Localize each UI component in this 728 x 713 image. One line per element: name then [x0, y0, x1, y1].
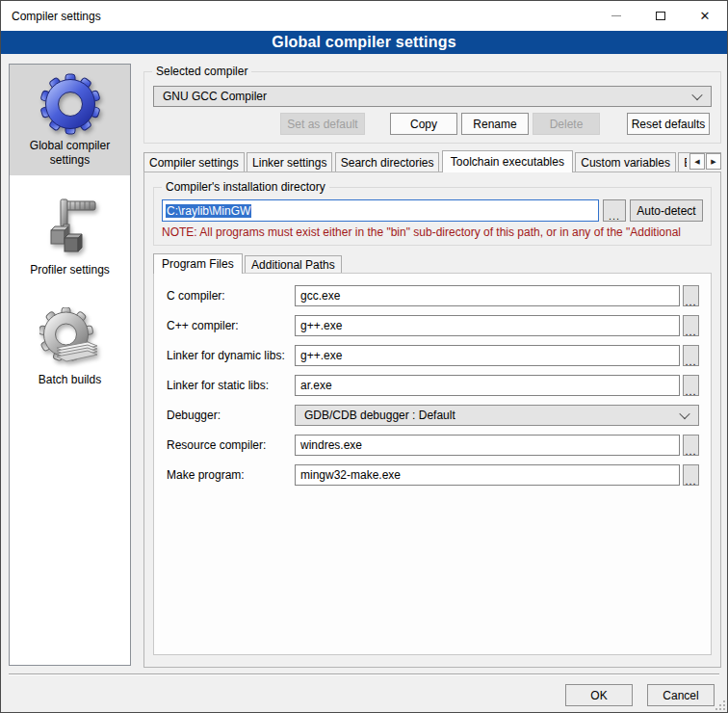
sidebar-item-label: Profiler settings — [15, 263, 124, 277]
resource-compiler-input[interactable] — [295, 435, 680, 456]
resize-grip-handle[interactable] — [714, 699, 725, 710]
installation-directory-group-label: Compiler's installation directory — [162, 180, 329, 194]
program-row-static-linker: Linker for static libs: ... — [167, 375, 699, 396]
make-program-browse-button[interactable]: ... — [683, 464, 699, 486]
caliper-icon — [39, 198, 101, 259]
tab-search-directories[interactable]: Search directories — [335, 152, 440, 172]
chevron-down-icon — [681, 411, 689, 420]
copy-button[interactable]: Copy — [390, 113, 457, 135]
dialog-header: Global compiler settings — [1, 31, 727, 54]
program-row-c-compiler: C compiler: ... — [167, 285, 699, 306]
program-files-panel: C compiler: ... C++ compiler: ... Linker… — [153, 273, 712, 655]
maximize-button[interactable] — [638, 1, 683, 31]
sidebar-item-global-compiler-settings[interactable]: Global compiler settings — [10, 65, 130, 175]
browse-directory-button[interactable]: ... — [603, 199, 626, 222]
compiler-settings-dialog: Compiler settings ✕ Global compiler sett… — [0, 0, 728, 713]
delete-button[interactable]: Delete — [533, 113, 600, 135]
debugger-select[interactable]: GDB/CDB debugger : Default — [295, 405, 699, 426]
reset-defaults-button[interactable]: Reset defaults — [627, 113, 710, 135]
footer-divider — [9, 673, 719, 675]
rename-button[interactable]: Rename — [461, 113, 529, 135]
sidebar-item-label: Batch builds — [15, 373, 124, 387]
titlebar: Compiler settings ✕ — [1, 1, 727, 31]
installation-directory-input[interactable]: C:\raylib\MinGW — [162, 199, 599, 222]
dynamic-linker-browse-button[interactable]: ... — [683, 345, 699, 366]
compiler-buttons-row: Set as default Copy Rename Delete Reset … — [153, 113, 712, 135]
program-row-debugger: Debugger: GDB/CDB debugger : Default — [167, 405, 699, 426]
program-row-make-program: Make program: ... — [167, 464, 699, 486]
tab-toolchain-executables[interactable]: Toolchain executables — [442, 150, 573, 172]
program-row-dynamic-linker: Linker for dynamic libs: ... — [167, 345, 699, 366]
sidebar-item-profiler-settings[interactable]: Profiler settings — [10, 189, 130, 285]
sidebar-item-label: Global compiler settings — [15, 139, 124, 168]
make-program-input[interactable] — [295, 464, 680, 486]
tab-scrollers: ◀ ▶ — [687, 153, 721, 170]
compiler-select-value: GNU GCC Compiler — [163, 90, 267, 103]
resource-compiler-browse-button[interactable]: ... — [683, 435, 699, 456]
gear-grey-icon — [39, 307, 101, 369]
window-controls: ✕ — [594, 1, 727, 31]
program-row-cpp-compiler: C++ compiler: ... — [167, 315, 699, 336]
make-program-label: Make program: — [167, 468, 295, 482]
toolchain-executables-panel: Compiler's installation directory C:\ray… — [143, 172, 721, 668]
tab-compiler-settings[interactable]: Compiler settings — [143, 152, 245, 172]
tab-scroll-right-button[interactable]: ▶ — [706, 153, 721, 170]
subtab-additional-paths[interactable]: Additional Paths — [245, 255, 342, 274]
dynamic-linker-label: Linker for dynamic libs: — [167, 349, 295, 362]
static-linker-input[interactable] — [295, 375, 680, 396]
subtab-program-files[interactable]: Program Files — [153, 253, 243, 274]
installation-directory-row: C:\raylib\MinGW ... Auto-detect — [162, 199, 703, 222]
installation-directory-group: Compiler's installation directory C:\ray… — [153, 187, 712, 246]
dialog-header-title: Global compiler settings — [272, 34, 456, 51]
auto-detect-button[interactable]: Auto-detect — [630, 199, 703, 222]
selected-compiler-group: Selected compiler GNU GCC Compiler Set a… — [143, 71, 721, 144]
settings-sidebar: Global compiler settings — [9, 64, 131, 666]
close-icon: ✕ — [700, 10, 711, 22]
dynamic-linker-input[interactable] — [295, 345, 680, 366]
programs-subtabstrip: Program Files Additional Paths — [153, 253, 712, 274]
static-linker-label: Linker for static libs: — [167, 379, 295, 392]
resource-compiler-label: Resource compiler: — [167, 438, 295, 452]
debugger-select-value: GDB/CDB debugger : Default — [304, 409, 455, 422]
set-as-default-button[interactable]: Set as default — [280, 113, 365, 135]
static-linker-browse-button[interactable]: ... — [683, 375, 699, 396]
arrow-right-icon: ▶ — [711, 158, 715, 166]
cancel-button[interactable]: Cancel — [647, 684, 715, 706]
tab-linker-settings[interactable]: Linker settings — [247, 152, 332, 172]
cpp-compiler-browse-button[interactable]: ... — [683, 315, 699, 336]
gear-blue-icon — [39, 73, 101, 135]
window-title: Compiler settings — [1, 10, 101, 23]
sidebar-item-batch-builds[interactable]: Batch builds — [10, 299, 130, 395]
minimize-icon — [611, 15, 621, 16]
tab-scroll-left-button[interactable]: ◀ — [689, 153, 705, 170]
c-compiler-browse-button[interactable]: ... — [683, 285, 699, 306]
arrow-left-icon: ◀ — [694, 158, 699, 166]
dialog-content: Global compiler settings — [1, 54, 727, 712]
footer-buttons: OK Cancel — [565, 684, 715, 706]
main-panel: Selected compiler GNU GCC Compiler Set a… — [143, 54, 721, 668]
minimize-button[interactable] — [594, 1, 638, 31]
compiler-select[interactable]: GNU GCC Compiler — [153, 86, 712, 107]
selected-compiler-group-label: Selected compiler — [152, 65, 251, 78]
c-compiler-label: C compiler: — [167, 289, 295, 303]
c-compiler-input[interactable] — [295, 285, 680, 306]
cpp-compiler-input[interactable] — [295, 315, 680, 336]
close-button[interactable]: ✕ — [683, 1, 727, 31]
ok-button[interactable]: OK — [565, 684, 633, 706]
installation-directory-value: C:\raylib\MinGW — [166, 204, 251, 218]
settings-tabstrip: Compiler settings Linker settings Search… — [143, 150, 721, 172]
chevron-down-icon — [693, 92, 702, 101]
tab-custom-variables[interactable]: Custom variables — [575, 152, 676, 172]
program-row-resource-compiler: Resource compiler: ... — [167, 435, 699, 456]
cpp-compiler-label: C++ compiler: — [167, 319, 295, 332]
debugger-label: Debugger: — [167, 409, 295, 422]
installation-directory-note: NOTE: All programs must exist either in … — [162, 225, 703, 239]
maximize-icon — [656, 12, 665, 20]
